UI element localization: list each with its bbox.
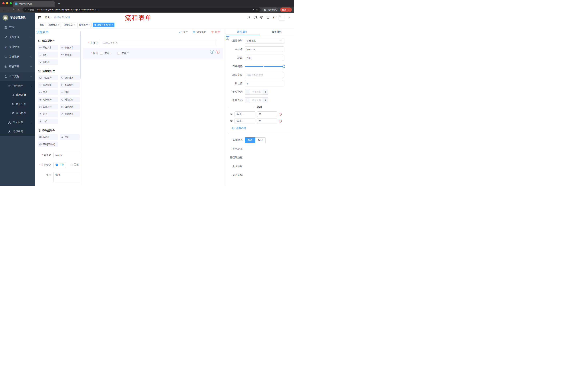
palette-item-password[interactable]: 密码: [38, 52, 58, 57]
tab-close-icon[interactable]: ×: [52, 2, 53, 5]
browser-tab[interactable]: 芋道管理系统 ×: [13, 1, 55, 7]
copy-widget-button[interactable]: [210, 50, 214, 54]
tab-form-props[interactable]: 表单属性: [260, 28, 294, 35]
save-button[interactable]: 保存: [179, 30, 188, 34]
window-zoom-button[interactable]: [10, 2, 12, 4]
bookmark-star-icon[interactable]: ☆: [256, 8, 258, 11]
palette-item-time-picker[interactable]: 时间选择: [38, 97, 58, 102]
sidebar-item-payment-management[interactable]: ¥ 支付管理: [0, 42, 35, 52]
palette-item-slider[interactable]: 滑块: [60, 90, 80, 95]
component-type-select[interactable]: 多选框组: [245, 38, 284, 44]
palette-item-select[interactable]: 下拉选择: [38, 75, 58, 80]
style-button-button[interactable]: 按钮: [255, 138, 266, 143]
palette-item-time-range[interactable]: 时间范围: [60, 97, 80, 102]
home-button[interactable]: ⌂: [16, 7, 21, 12]
form-remark-textarea[interactable]: 嘿嘿: [53, 172, 81, 182]
status-on-radio[interactable]: 开启: [53, 162, 66, 168]
user-avatar[interactable]: [279, 14, 285, 21]
checkbox-option-2[interactable]: 选项二: [117, 52, 129, 55]
option-1-value-input[interactable]: [257, 111, 277, 117]
tag-process-form[interactable]: 流程表单 ×: [77, 22, 92, 27]
palette-item-multi-line-text[interactable]: 多行文本: [60, 45, 80, 50]
palette-item-table[interactable]: 表格[开发中]: [38, 142, 58, 147]
palette-item-upload[interactable]: 上传: [38, 119, 58, 124]
increase-button[interactable]: +: [263, 97, 268, 103]
sidebar-fold-icon[interactable]: [38, 15, 42, 19]
sidebar-item-process-management[interactable]: 流程管理: [0, 81, 35, 90]
tag-close-icon[interactable]: ×: [89, 24, 90, 26]
sidebar-item-infrastructure[interactable]: 基础设施: [0, 52, 35, 62]
option-1-label-input[interactable]: [234, 111, 255, 117]
new-tab-button[interactable]: +: [57, 1, 62, 6]
view-json-button[interactable]: 查看json: [192, 30, 206, 34]
window-minimize-button[interactable]: [6, 2, 8, 4]
tag-close-icon[interactable]: ×: [58, 24, 60, 26]
palette-item-rate[interactable]: 评分: [38, 111, 58, 117]
phone-input[interactable]: [100, 40, 216, 46]
palette-item-date-range[interactable]: 日期范围: [60, 104, 80, 110]
sidebar-item-dev-tools[interactable]: 研发工具: [0, 62, 35, 72]
label-width-input[interactable]: [245, 72, 284, 78]
fullscreen-icon[interactable]: [266, 16, 270, 19]
option-2-label-input[interactable]: [234, 118, 255, 124]
help-icon[interactable]: [260, 16, 263, 19]
tag-process-definition[interactable]: 流程定义 ×: [47, 22, 61, 27]
decrease-button[interactable]: −: [245, 89, 250, 95]
remove-option-icon[interactable]: [279, 112, 282, 116]
palette-item-date-picker[interactable]: 日期选择: [38, 104, 58, 110]
palette-item-single-line-text[interactable]: 单行文本: [38, 45, 58, 50]
gender-widget-selected[interactable]: 性别 选项一 选项二: [83, 48, 223, 59]
sidebar-item-system-management[interactable]: 系统管理: [0, 32, 35, 42]
status-off-radio[interactable]: 关闭: [70, 163, 79, 167]
slider-handle[interactable]: [282, 65, 285, 68]
tag-close-icon[interactable]: ×: [112, 24, 113, 26]
sidebar-item-leave-query[interactable]: 请假查询: [0, 127, 35, 136]
palette-item-checkbox-group[interactable]: 多选框组: [60, 82, 80, 88]
form-name-input[interactable]: [53, 152, 81, 158]
phone-field[interactable]: 手机号: [83, 40, 223, 46]
anchor-link-icon[interactable]: [226, 36, 229, 40]
palette-item-editor[interactable]: 编辑器: [38, 59, 58, 65]
sidebar-item-task-management[interactable]: 任务管理: [0, 118, 35, 127]
palette-item-radio-group[interactable]: 单选框组: [38, 82, 58, 88]
default-value-input[interactable]: [245, 81, 284, 86]
palette-item-switch[interactable]: 开关: [38, 90, 58, 95]
tag-process-model[interactable]: 流程模型 ×: [62, 22, 76, 27]
tag-home[interactable]: 首页: [38, 22, 46, 27]
palette-item-cascader[interactable]: 级联选择: [60, 75, 80, 80]
avatar-caret-down-icon[interactable]: [288, 16, 290, 18]
forward-button[interactable]: →: [7, 7, 12, 12]
option-2-value-input[interactable]: [257, 118, 277, 124]
remove-option-icon[interactable]: [279, 119, 282, 123]
min-select-placeholder[interactable]: 至少应选: [250, 89, 263, 95]
sidebar-item-process-form[interactable]: 流程表单: [0, 90, 35, 100]
drag-handle-icon[interactable]: [230, 113, 233, 116]
palette-item-row-container[interactable]: 行容器: [38, 134, 58, 140]
decrease-button[interactable]: −: [245, 97, 250, 103]
add-option-button[interactable]: 添加选项: [232, 126, 294, 130]
password-key-icon[interactable]: [252, 8, 255, 11]
increase-button[interactable]: +: [263, 89, 268, 95]
sidebar-item-workflow[interactable]: 工作流程: [0, 72, 35, 81]
browser-menu-icon[interactable]: ⋮: [288, 8, 290, 11]
clear-button[interactable]: 清空: [211, 30, 220, 34]
drag-handle-icon[interactable]: [230, 120, 233, 123]
breadcrumb-home[interactable]: 首页: [45, 16, 50, 19]
title-input[interactable]: [245, 55, 284, 61]
window-close-button[interactable]: [2, 2, 5, 4]
sidebar-item-process-model[interactable]: 流程模型: [0, 109, 35, 118]
github-icon[interactable]: [254, 16, 257, 19]
palette-item-button[interactable]: 按钮: [60, 134, 80, 140]
search-icon[interactable]: [247, 16, 251, 19]
reload-button[interactable]: ↻: [12, 7, 16, 12]
delete-widget-button[interactable]: [216, 50, 220, 54]
palette-item-counter[interactable]: 123计数器: [60, 52, 80, 57]
style-default-button[interactable]: 默认: [245, 138, 255, 143]
tag-process-form-edit[interactable]: 流程表单-编辑 ×: [93, 22, 115, 27]
sidebar-item-user-group[interactable]: 用户分组: [0, 100, 35, 109]
palette-item-color-picker[interactable]: 颜色选择: [60, 111, 80, 117]
grid-slider[interactable]: [245, 64, 284, 69]
checkbox-option-1[interactable]: 选项一: [100, 52, 112, 55]
tab-component-props[interactable]: 组件属性: [225, 28, 260, 35]
update-button[interactable]: 更新 ⋮: [280, 8, 292, 12]
